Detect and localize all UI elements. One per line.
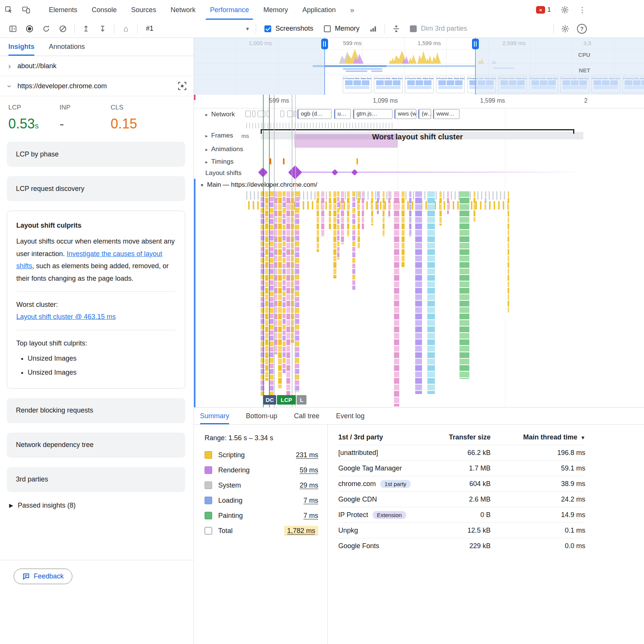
flame-chart-column[interactable] [474,191,475,222]
network-request-chip[interactable]: ogb (d… [297,109,331,119]
tab-call-tree[interactable]: Call tree [294,408,319,424]
passed-insights-toggle[interactable]: ▶ Passed insights (8) [9,502,185,510]
insight-card-layout-shift-culprits[interactable]: Layout shift culprits Layout shifts occu… [7,211,185,389]
column-transfer-size[interactable]: Transfer size [426,433,491,441]
insight-card-3rd-parties[interactable]: 3rd parties [7,467,185,492]
table-row[interactable]: chrome.com1st party 604 kB 38.9 ms [338,476,585,491]
timing-mark[interactable] [356,158,358,164]
flame-chart-column[interactable] [362,191,364,229]
timeline-tracks[interactable]: 599 ms1,099 ms1,599 ms2 ▸ Network ogb (d… [194,95,644,407]
timing-mark[interactable] [283,158,284,164]
flame-chart-column[interactable] [447,191,449,214]
metric-lcp[interactable]: LCP 0.53s [8,104,59,132]
reload-record-icon[interactable] [40,22,53,35]
page-event-marker[interactable]: LCP [277,395,296,405]
flame-chart-column[interactable] [377,191,379,214]
legend-value[interactable]: 7 ms [303,512,318,520]
inspect-element-icon[interactable] [2,3,16,17]
network-request-chip[interactable]: www… [433,109,460,119]
layout-shift-diamond[interactable] [352,169,358,176]
flame-chart-column[interactable] [265,191,268,381]
insight-card-lcp-request-discovery[interactable]: LCP request discovery [7,176,185,201]
filmstrip-thumbnail[interactable]: A Powerful Web. Made Easier. [405,76,434,93]
settings-gear-icon[interactable] [558,3,572,17]
network-request-tick[interactable] [252,111,255,117]
flame-chart-column[interactable] [347,191,349,237]
network-conditions-icon[interactable] [367,22,380,35]
page-event-marker[interactable]: L [297,395,306,405]
kebab-menu-icon[interactable]: ⋮ [575,3,589,17]
device-toolbar-icon[interactable] [19,3,33,17]
flame-chart-column[interactable] [317,191,319,252]
flame-chart-column[interactable] [460,191,469,379]
flame-chart-column[interactable] [402,191,405,267]
help-icon[interactable]: ? [575,22,588,35]
column-main-thread-time[interactable]: Main thread time▼ [491,433,585,441]
flame-chart-column[interactable] [274,191,277,354]
legend-value[interactable]: 59 ms [300,466,318,474]
network-request-tick[interactable] [245,111,251,117]
flame-chart-column[interactable] [415,191,422,394]
column-party[interactable]: 1st / 3rd party [338,433,426,441]
table-row[interactable]: Google Tag Manager 1.7 MB 59.1 ms [338,460,585,476]
layout-shifts-track-label[interactable]: Layout shifts [205,169,241,177]
tab-sources[interactable]: Sources [124,0,163,20]
flame-chart-column[interactable] [341,191,344,244]
capture-settings-gear-icon[interactable] [559,22,572,35]
navigation-row-blank[interactable]: › about://blank [0,56,194,76]
tab-summary[interactable]: Summary [200,408,229,424]
insight-card-lcp-by-phase[interactable]: LCP by phase [7,142,185,167]
table-row[interactable]: [unattributed] 66.2 kB 196.8 ms [338,445,585,460]
flame-chart-column[interactable] [329,191,331,229]
worst-cluster-link[interactable]: Layout shift cluster @ 463.15 ms [16,313,116,320]
flame-chart-column[interactable] [358,191,360,248]
selection-handle[interactable] [321,39,328,49]
network-request-chip[interactable]: wws (w… [394,109,416,119]
dim-3rd-parties-checkbox[interactable]: Dim 3rd parties [410,25,467,33]
selection-handle[interactable] [472,39,479,49]
flame-chart-column[interactable] [286,191,290,398]
total-value[interactable]: 1,782 ms [287,527,315,535]
filmstrip-thumbnail[interactable]: A Powerful Web. Made Easier. [343,76,372,93]
tab-annotations[interactable]: Annotations [49,38,85,56]
table-row[interactable]: Unpkg 12.5 kB 0.1 ms [338,522,585,538]
main-thread-track-label[interactable]: ▾ Main — https://developer.chrome.com/ [201,181,317,189]
tab-application[interactable]: Application [295,0,343,20]
error-icon[interactable]: × [536,6,545,14]
flame-chart-column[interactable] [278,191,282,388]
flame-chart-column[interactable] [383,191,385,237]
page-event-marker[interactable]: DC [263,395,276,405]
toggle-sidebar-icon[interactable] [6,22,19,35]
animations-track-label[interactable]: ▸ Animations [205,145,243,153]
screenshots-checkbox[interactable]: Screenshots [264,25,313,33]
tab-network[interactable]: Network [163,0,203,20]
tab-elements[interactable]: Elements [42,0,84,20]
field-frame-icon[interactable] [178,81,187,91]
load-profile-icon[interactable]: ↥ [80,22,92,35]
flame-chart-column[interactable] [439,191,442,225]
save-profile-icon[interactable]: ↧ [96,22,109,35]
feedback-button[interactable]: Feedback [14,569,72,584]
network-track-label[interactable]: ▸ Network [205,111,235,118]
tab-performance[interactable]: Performance [203,0,256,20]
network-request-chip[interactable]: gtm.js… [353,109,392,119]
legend-value[interactable]: 7 ms [303,497,318,505]
tab-bottom-up[interactable]: Bottom-up [246,408,277,424]
tab-event-log[interactable]: Event log [336,408,364,424]
timing-mark[interactable] [270,158,271,164]
more-tabs-icon[interactable]: » [343,0,361,20]
flame-chart-column[interactable] [321,191,324,237]
frames-track-label[interactable]: ▸ Frames ms [205,132,249,139]
timeline-overview[interactable]: A Powerful Web. Made Easier.A Powerful W… [194,38,644,95]
navigation-row-site[interactable]: › https://developer.chrome.com [0,76,194,96]
flame-chart-column[interactable] [337,191,339,259]
network-request-chip[interactable]: (w… [418,109,431,119]
history-select[interactable]: #1 ▾ [141,22,253,35]
flame-chart-column[interactable] [409,191,411,237]
flame-chart-column[interactable] [283,191,286,373]
timings-track-label[interactable]: ▸ Timings [205,158,233,166]
layout-shift-diamond[interactable] [332,169,338,176]
record-icon[interactable] [23,22,36,35]
flame-chart-column[interactable] [485,191,486,210]
throttling-icon[interactable] [390,22,403,35]
